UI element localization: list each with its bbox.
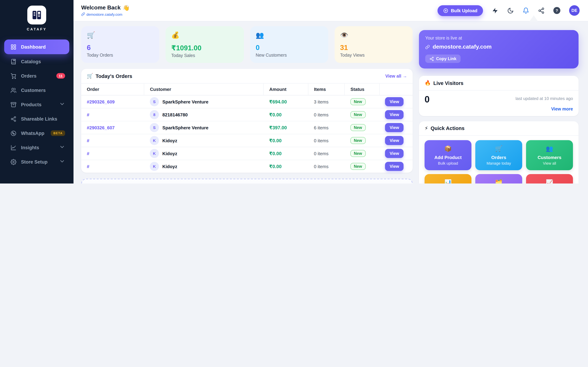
link-icon [81, 12, 85, 17]
customer-name: Kidoyz [162, 164, 177, 169]
view-order-button[interactable]: View [385, 149, 404, 158]
stats-row: 🛒6Today Orders💰₹1091.00Today Sales👥0New … [81, 26, 413, 63]
notifications-bell-icon[interactable] [523, 7, 529, 14]
store-live-text: Your store is live at [425, 36, 572, 41]
order-id-link[interactable]: # [87, 164, 89, 169]
link-icon [425, 45, 430, 49]
orders-cart-icon [10, 73, 17, 79]
avatar: K [150, 136, 159, 145]
quick-action-reports[interactable]: 📈ReportsDownload data [526, 174, 573, 184]
orders-column-header: Items [308, 83, 345, 95]
customer-name: 8218146780 [162, 112, 188, 117]
sidebar-item-whatsapp[interactable]: WhatsAppBETA [4, 126, 69, 140]
live-visitors-count: 0 [424, 94, 430, 111]
last-updated-text: last updated at 10 minutes ago [516, 96, 573, 101]
quick-action-subtitle: Manage today [486, 161, 511, 165]
quick-action-catalogs[interactable]: 🗂️CatalogsShare products [475, 174, 522, 184]
page-title: Welcome Back [81, 5, 121, 11]
catalogs-book-icon [10, 58, 17, 65]
sidebar-item-catalogs[interactable]: Catalogs [4, 55, 69, 68]
share-icon [429, 57, 434, 61]
insights-chart-icon [10, 144, 17, 151]
grow-your-business-section: 💡 Grow your business 📤Share your catalog… [81, 179, 413, 184]
lightning-icon[interactable] [492, 7, 498, 14]
orders-count-badge: 11 [56, 73, 65, 79]
order-id-link[interactable]: #290326_607 [87, 125, 115, 130]
sidebar-nav: DashboardCatalogsOrders11CustomersProduc… [0, 40, 73, 169]
table-row: #88218146780₹0.000 itemsNewView [81, 108, 413, 121]
order-id-link[interactable]: # [87, 112, 89, 117]
store-domain[interactable]: demostore.catafy.com [432, 44, 492, 50]
copy-link-button[interactable]: Copy Link [425, 55, 461, 63]
customer-cell: KKidoyz [150, 136, 258, 145]
table-row: #290326_609SSparkSphere Venture₹694.003 … [81, 95, 413, 108]
stat-value: 0 [256, 44, 323, 52]
stat-card-today-sales[interactable]: 💰₹1091.00Today Sales [166, 26, 244, 63]
order-id-link[interactable]: #290326_609 [87, 99, 115, 104]
avatar: S [150, 97, 159, 106]
status-badge: New [350, 163, 366, 170]
stat-value: 31 [340, 44, 407, 52]
sidebar-item-orders[interactable]: Orders11 [4, 69, 69, 83]
customer-cell: SSparkSphere Venture [150, 123, 258, 132]
stat-label: Today Views [340, 53, 407, 58]
store-link[interactable]: demostore.catafy.com [81, 12, 130, 17]
orders-card-title: Today's Orders [95, 73, 132, 79]
sidebar-item-shareable-links[interactable]: Shareable Links [4, 112, 69, 126]
stat-card-today-views[interactable]: 👁️31Today Views [335, 26, 413, 63]
arrow-right-icon: → [403, 74, 407, 78]
quick-actions-title: Quick Actions [431, 125, 465, 131]
user-avatar[interactable]: DE [569, 5, 579, 16]
view-order-button[interactable]: View [385, 97, 404, 106]
view-all-orders-link[interactable]: View all→ [385, 74, 407, 78]
sidebar-item-label: Insights [21, 145, 39, 150]
quick-action-subtitle: Bulk upload [438, 161, 458, 165]
order-amount: ₹0.00 [269, 164, 282, 169]
status-badge: New [350, 98, 366, 105]
customer-name: Kidoyz [162, 138, 177, 143]
sidebar-item-customers[interactable]: Customers [4, 83, 69, 97]
order-amount: ₹0.00 [269, 138, 282, 143]
order-id-link[interactable]: # [87, 138, 89, 143]
sidebar-item-label: Shareable Links [21, 116, 57, 121]
view-order-button[interactable]: View [385, 123, 404, 132]
dark-mode-moon-icon[interactable] [507, 7, 514, 14]
stat-card-today-orders[interactable]: 🛒6Today Orders [81, 26, 159, 63]
help-icon[interactable]: ? [553, 7, 560, 14]
quick-action-add-product[interactable]: 📦Add ProductBulk upload [424, 140, 471, 170]
sidebar-item-store-setup[interactable]: Store Setup [4, 155, 69, 169]
sidebar-item-label: Orders [21, 73, 37, 78]
sidebar-item-label: Catalogs [21, 59, 41, 64]
dashboard-grid-icon [10, 44, 17, 50]
money-bag-icon: 💰 [171, 31, 238, 39]
customer-name: Kidoyz [162, 151, 177, 156]
eye-icon: 👁️ [340, 31, 407, 39]
stat-card-new-customers[interactable]: 👥0New Customers [250, 26, 328, 63]
share-icon[interactable] [538, 7, 545, 14]
status-badge: New [350, 124, 366, 131]
cart-icon: 🛒 [495, 145, 502, 152]
view-order-button[interactable]: View [385, 162, 404, 171]
avatar: 8 [150, 110, 159, 119]
wave-icon: 👋 [123, 4, 130, 11]
whatsapp-icon [10, 130, 17, 136]
quick-action-orders[interactable]: 🛒OrdersManage today [475, 140, 522, 170]
order-id-link[interactable]: # [87, 151, 89, 156]
beta-badge: BETA [51, 130, 65, 136]
live-visitors-card: 🔥 Live Visitors 0 last updated at 10 min… [419, 76, 579, 116]
sidebar-item-insights[interactable]: Insights [4, 141, 69, 154]
chevron-down-icon [59, 158, 65, 165]
sidebar-item-products[interactable]: Products [4, 98, 69, 111]
sidebar-item-dashboard[interactable]: Dashboard [4, 40, 69, 54]
view-order-button[interactable]: View [385, 136, 404, 145]
cart-icon: 🛒 [87, 31, 154, 39]
quick-action-customers[interactable]: 👥CustomersView all [526, 140, 573, 170]
order-items: 0 items [308, 108, 345, 121]
quick-action-analytics[interactable]: 📊AnalyticsInsights [424, 174, 471, 184]
customers-users-icon [10, 87, 17, 93]
bulk-upload-button[interactable]: Bulk Upload [438, 5, 483, 16]
customer-name: SparkSphere Venture [162, 99, 208, 104]
view-order-button[interactable]: View [385, 110, 404, 119]
order-items: 0 items [308, 160, 345, 173]
view-more-link[interactable]: View more [516, 107, 573, 111]
